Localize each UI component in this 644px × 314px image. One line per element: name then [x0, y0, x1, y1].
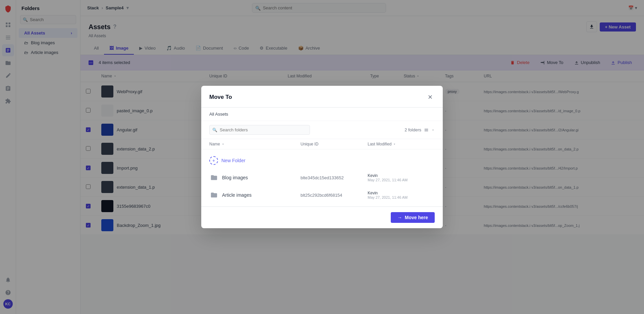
- modal-body: + New Folder Blog images blte345dc15ed13…: [201, 149, 443, 206]
- modal-table-header: Name Unique ID Last Modified: [201, 139, 443, 149]
- modal-folder-row[interactable]: Blog images blte345dc15ed133652 Kevin Ma…: [201, 169, 443, 186]
- move-here-arrow: →: [397, 215, 402, 220]
- new-folder-row[interactable]: + New Folder: [201, 152, 443, 169]
- modal-folder-count: 2 folders: [405, 127, 435, 132]
- modal-search-wrap: 🔍: [209, 125, 405, 135]
- modal-search-input[interactable]: [209, 125, 310, 135]
- modal-title: Move To: [209, 94, 232, 101]
- new-folder-label: New Folder: [221, 158, 246, 163]
- folder-count-text: 2 folders: [405, 127, 421, 132]
- modal-close-button[interactable]: ✕: [425, 92, 435, 102]
- modal-folder-row[interactable]: Article images blt25c292bcd6f68154 Kevin…: [201, 186, 443, 204]
- folder-modified: Kevin May 27, 2021, 11:46 AM: [368, 173, 435, 182]
- modal-search-row: 🔍 2 folders: [201, 121, 443, 139]
- modal-header: Move To ✕: [201, 86, 443, 108]
- modal-search-icon: 🔍: [212, 128, 217, 132]
- move-here-button[interactable]: → Move here: [391, 212, 435, 223]
- folder-icon: [209, 173, 219, 182]
- modal-folders-list: Blog images blte345dc15ed133652 Kevin Ma…: [201, 169, 443, 204]
- modal-overlay[interactable]: Move To ✕ All Assets 🔍 2 folders Name Un…: [0, 0, 644, 314]
- folder-uid: blt25c292bcd6f68154: [301, 193, 368, 198]
- new-folder-plus-icon: +: [209, 156, 218, 165]
- modal-footer: → Move here: [201, 206, 443, 228]
- move-to-modal: Move To ✕ All Assets 🔍 2 folders Name Un…: [201, 86, 443, 228]
- folder-uid: blte345dc15ed133652: [301, 175, 368, 180]
- modal-breadcrumb: All Assets: [201, 108, 443, 121]
- modal-th-uid[interactable]: Unique ID: [301, 142, 368, 146]
- modal-th-name[interactable]: Name: [209, 142, 301, 146]
- move-here-label: Move here: [405, 215, 428, 220]
- folder-icon: [209, 190, 219, 200]
- folder-name: Article images: [209, 190, 301, 200]
- folder-name: Blog images: [209, 173, 301, 182]
- folder-modified: Kevin May 27, 2021, 11:46 AM: [368, 191, 435, 199]
- modal-th-modified[interactable]: Last Modified: [368, 142, 435, 146]
